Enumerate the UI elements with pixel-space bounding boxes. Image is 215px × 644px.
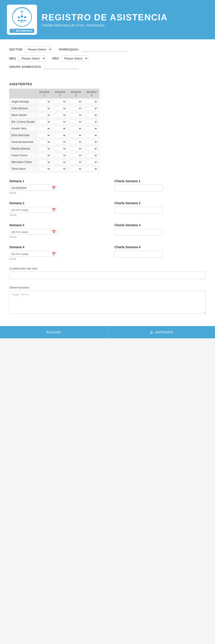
attendee-name: Angel Noriega xyxy=(9,98,36,105)
svg-point-5 xyxy=(18,16,20,18)
attendance-select-row10-week1[interactable]: AsistióNo AsistióJustificado xyxy=(38,166,51,171)
attendance-select-row1-week1[interactable]: AsistióNo AsistióJustificado xyxy=(38,106,51,111)
imprimir-button[interactable]: 🖨 Imprimir xyxy=(107,326,215,338)
ano-label: AÑO xyxy=(52,57,59,60)
enviar-button[interactable]: Enviar xyxy=(0,326,107,338)
attendance-select-row9-week3[interactable]: AsistióNo AsistióJustificado xyxy=(69,160,82,164)
semana3-date-input[interactable] xyxy=(11,230,52,234)
attendance-select-row4-week4[interactable]: AsistióNo AsistióJustificado xyxy=(85,126,98,131)
attendance-select-row6-week1[interactable]: AsistióNo AsistióJustificado xyxy=(38,140,51,144)
attendance-select-row0-week2[interactable]: AsistióNo AsistióJustificado xyxy=(54,99,66,104)
observaciones-label: Observaciones xyxy=(9,286,206,289)
attendance-select-row0-week3[interactable]: AsistióNo AsistióJustificado xyxy=(69,99,82,104)
svg-point-7 xyxy=(24,16,26,18)
semana4-date-wrap: 📅 xyxy=(9,251,58,257)
attendance-select-row6-week2[interactable]: AsistióNo AsistióJustificado xyxy=(54,140,66,144)
observaciones-textarea[interactable] xyxy=(9,290,206,314)
mes-select[interactable]: Please Select EneroFebreroMarzo AbrilMay… xyxy=(18,55,46,62)
attendee-name: Grace Ponce xyxy=(9,152,36,159)
attendance-select-row2-week2[interactable]: AsistióNo AsistióJustificado xyxy=(54,113,66,118)
attendance-select-row5-week2[interactable]: AsistióNo AsistióJustificado xyxy=(54,133,66,138)
semana1-section: Semana 1 📅 Fecha xyxy=(9,179,101,194)
printer-icon: 🖨 xyxy=(150,330,153,334)
filter-row-1: SECTOR Please Select Sector 1 Sector 2 S… xyxy=(9,46,206,52)
attendance-select-row4-week3[interactable]: AsistióNo AsistióJustificado xyxy=(69,126,82,131)
semana4-date-input[interactable] xyxy=(11,252,52,256)
table-row: Karla BustamanteAsistióNo AsistióJustifi… xyxy=(9,139,99,146)
semana2-date-input[interactable] xyxy=(11,208,52,212)
semana3-charla-input[interactable] xyxy=(114,229,163,236)
table-row: Angel NoriegaAsistióNo AsistióJustificad… xyxy=(9,98,99,105)
observaciones-section: Observaciones xyxy=(9,286,206,314)
col-semana3: Semana 3 xyxy=(68,89,84,98)
attendance-select-row1-week3[interactable]: AsistióNo AsistióJustificado xyxy=(69,106,82,111)
contribucion-label: Contribución del mes xyxy=(9,267,206,270)
attendance-select-row4-week2[interactable]: AsistióNo AsistióJustificado xyxy=(54,126,66,131)
attendance-select-row0-week4[interactable]: AsistióNo AsistióJustificado xyxy=(85,99,98,104)
attendance-select-row2-week3[interactable]: AsistióNo AsistióJustificado xyxy=(69,113,82,118)
attendance-select-row10-week4[interactable]: AsistióNo AsistióJustificado xyxy=(85,166,98,171)
attendance-select-row6-week3[interactable]: AsistióNo AsistióJustificado xyxy=(69,140,82,144)
semana4-charla-title: Charla Semana 4 xyxy=(114,245,206,249)
attendance-select-row1-week4[interactable]: AsistióNo AsistióJustificado xyxy=(85,106,98,111)
col-name xyxy=(9,89,36,98)
table-row: Mercedes OlarteAsistióNo AsistióJustific… xyxy=(9,159,99,166)
semana1-date-wrap: 📅 xyxy=(9,185,58,191)
attendance-select-row9-week4[interactable]: AsistióNo AsistióJustificado xyxy=(85,160,98,164)
attendance-select-row8-week2[interactable]: AsistióNo AsistióJustificado xyxy=(54,153,66,158)
col-semana2: Semana 2 xyxy=(52,89,68,98)
calendar-icon[interactable]: 📅 xyxy=(52,230,56,234)
semana2-date-wrap: 📅 xyxy=(9,207,58,213)
semana1-date-input[interactable] xyxy=(11,186,52,190)
attendance-select-row9-week2[interactable]: AsistióNo AsistióJustificado xyxy=(54,160,66,164)
semana2-charla-input[interactable] xyxy=(114,207,163,214)
attendance-select-row3-week3[interactable]: AsistióNo AsistióJustificado xyxy=(69,120,82,124)
attendance-select-row8-week1[interactable]: AsistióNo AsistióJustificado xyxy=(38,153,51,158)
attendance-select-row7-week1[interactable]: AsistióNo AsistióJustificado xyxy=(38,146,51,151)
attendance-select-row2-week1[interactable]: AsistióNo AsistióJustificado xyxy=(38,113,51,118)
attendance-select-row4-week1[interactable]: AsistióNo AsistióJustificado xyxy=(38,126,51,131)
attendance-select-row5-week4[interactable]: AsistióNo AsistióJustificado xyxy=(85,133,98,138)
attendee-name: Ma. Lorena Zavala xyxy=(9,118,36,125)
attendance-select-row10-week2[interactable]: AsistióNo AsistióJustificado xyxy=(54,166,66,171)
attendance-select-row5-week3[interactable]: AsistióNo AsistióJustificado xyxy=(69,133,82,138)
ano-select[interactable]: Please Select 2022202320242025 xyxy=(61,55,88,62)
attendance-select-row0-week1[interactable]: AsistióNo AsistióJustificado xyxy=(38,99,51,104)
calendar-icon[interactable]: 📅 xyxy=(52,208,56,212)
table-row: Ma. Lorena ZavalaAsistióNo AsistióJustif… xyxy=(9,118,99,125)
grupo-label: GRUPO DOMÉSTICO xyxy=(9,65,41,68)
attendance-select-row2-week4[interactable]: AsistióNo AsistióJustificado xyxy=(85,113,98,118)
page-subtitle: Familias Misioneras de Cristo - Matrimon… xyxy=(42,24,168,27)
table-row: Silvia MarínAsistióNo AsistióJustificado… xyxy=(9,166,99,172)
attendance-select-row9-week1[interactable]: AsistióNo AsistióJustificado xyxy=(38,160,51,164)
calendar-icon[interactable]: 📅 xyxy=(52,186,56,190)
attendance-select-row8-week3[interactable]: AsistióNo AsistióJustificado xyxy=(69,153,82,158)
header: FAMILIAS MISIONERAS DE CRISTO 💍 MATRIMON… xyxy=(0,0,215,39)
semana4-charla-input[interactable] xyxy=(114,251,163,258)
attendee-name: Silvia Marín xyxy=(9,166,36,172)
attendance-select-row10-week3[interactable]: AsistióNo AsistióJustificado xyxy=(69,166,82,171)
attendance-select-row7-week3[interactable]: AsistióNo AsistióJustificado xyxy=(69,146,82,151)
attendance-select-row3-week2[interactable]: AsistióNo AsistióJustificado xyxy=(54,120,66,124)
attendance-select-row1-week2[interactable]: AsistióNo AsistióJustificado xyxy=(54,106,66,111)
attendance-select-row3-week1[interactable]: AsistióNo AsistióJustificado xyxy=(38,120,51,124)
attendees-table: Semana 1 Semana 2 Semana 3 Semana 4 Ange… xyxy=(9,89,99,172)
attendee-name: Anita Moreira xyxy=(9,105,36,112)
attendee-name: Elsia Manzaba xyxy=(9,132,36,139)
attendance-select-row5-week1[interactable]: AsistióNo AsistióJustificado xyxy=(38,133,51,138)
attendance-select-row3-week4[interactable]: AsistióNo AsistióJustificado xyxy=(85,120,98,124)
grupo-input[interactable] xyxy=(43,64,78,69)
contribucion-section: Contribución del mes xyxy=(9,267,206,279)
imprimir-label: Imprimir xyxy=(155,330,173,334)
contribucion-input[interactable] xyxy=(9,272,206,279)
calendar-icon[interactable]: 📅 xyxy=(52,252,56,256)
table-header-row: Semana 1 Semana 2 Semana 3 Semana 4 xyxy=(9,89,99,98)
attendance-select-row7-week4[interactable]: AsistióNo AsistióJustificado xyxy=(85,146,98,151)
attendance-select-row6-week4[interactable]: AsistióNo AsistióJustificado xyxy=(85,140,98,144)
attendance-select-row8-week4[interactable]: AsistióNo AsistióJustificado xyxy=(85,153,98,158)
parroquia-input[interactable] xyxy=(82,47,128,52)
sector-select[interactable]: Please Select Sector 1 Sector 2 Sector 3 xyxy=(25,46,52,52)
attendance-select-row7-week2[interactable]: AsistióNo AsistióJustificado xyxy=(54,146,66,151)
semana1-charla-input[interactable] xyxy=(114,185,163,192)
semana3-charla-section: Charla Semana 3 xyxy=(114,223,206,238)
